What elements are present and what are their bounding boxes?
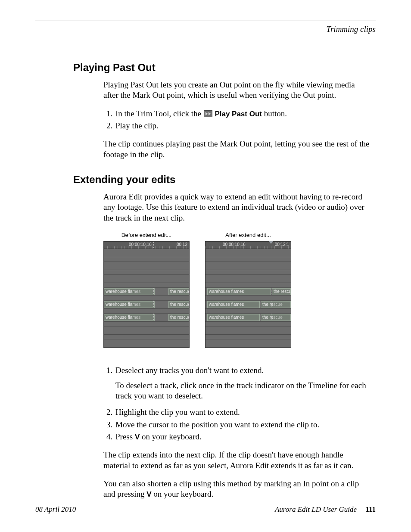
timeline-track-a2: warehouse flames the rescue bbox=[206, 314, 291, 322]
timeline-after-panel: After extend edit... 00:08:10,16 00:12:1 bbox=[205, 232, 291, 348]
timeline-track-empty bbox=[104, 249, 189, 257]
timeline-track-empty bbox=[104, 262, 189, 270]
step-ext-1-sub: To deselect a track, click once in the t… bbox=[115, 380, 371, 401]
timeline-track-empty bbox=[206, 339, 291, 348]
steps-ppo: In the Trim Tool, click the Play Past Ou… bbox=[103, 109, 371, 131]
key-v: V bbox=[146, 490, 151, 498]
para-ext-after2: You can also shorten a clip using this m… bbox=[103, 479, 371, 500]
para-ext-intro: Aurora Edit provides a quick way to exte… bbox=[103, 192, 371, 223]
step-ppo-1: In the Trim Tool, click the Play Past Ou… bbox=[115, 109, 371, 119]
heading-playing-past-out: Playing Past Out bbox=[73, 62, 376, 74]
timeline-track-empty bbox=[104, 339, 189, 348]
para-ppo-intro: Playing Past Out lets you create an Out … bbox=[103, 80, 371, 101]
timeline-track-empty bbox=[104, 327, 189, 335]
para-ext-after1: The clip extends into the next clip. If … bbox=[103, 450, 371, 471]
timeline-track-empty bbox=[206, 327, 291, 335]
timeline-before: 00:08:10,16 00:12 warehouse flames the r… bbox=[103, 241, 190, 348]
para-ppo-after: The clip continues playing past the Mark… bbox=[103, 139, 371, 160]
play-past-out-label: Play Past Out bbox=[215, 110, 262, 118]
timeline-after-caption: After extend edit... bbox=[205, 232, 291, 239]
timeline-track-empty bbox=[206, 262, 291, 270]
top-rule bbox=[35, 21, 376, 21]
step-ext-1: Deselect any tracks you don't want to ex… bbox=[115, 365, 371, 401]
timeline-track-v: warehouse flames the rescue bbox=[206, 288, 291, 296]
heading-extending-edits: Extending your edits bbox=[73, 174, 376, 186]
page-footer: 08 April 2010 Aurora Edit LD User Guide … bbox=[35, 505, 376, 514]
step-ppo-2: Play the clip. bbox=[115, 121, 371, 131]
figure-extend-edit: Before extend edit... 00:08:10,16 00:12 bbox=[103, 232, 371, 348]
footer-page-number: 111 bbox=[365, 505, 376, 513]
footer-date: 08 April 2010 bbox=[35, 505, 76, 514]
footer-book: Aurora Edit LD User Guide bbox=[275, 505, 357, 513]
timeline-track-a2: warehouse flames the rescue bbox=[104, 314, 189, 322]
step-ext-4: Press V on your keyboard. bbox=[115, 432, 371, 442]
timeline-track-a1: warehouse flames the rescue bbox=[206, 301, 291, 309]
timeline-track-a1: warehouse flames the rescue bbox=[104, 301, 189, 309]
timeline-after: 00:08:10,16 00:12:1 warehouse flames the… bbox=[205, 241, 291, 348]
key-v: V bbox=[135, 433, 140, 441]
step-ext-2: Highlight the clip you want to extend. bbox=[115, 407, 371, 417]
timeline-track-empty bbox=[206, 249, 291, 257]
running-header: Trimming clips bbox=[35, 25, 376, 34]
step-ppo-1-post: button. bbox=[264, 109, 287, 118]
timeline-track-v: warehouse flames the rescue bbox=[104, 288, 189, 296]
step-ext-3: Move the cursor to the position you want… bbox=[115, 420, 371, 430]
timeline-before-panel: Before extend edit... 00:08:10,16 00:12 bbox=[103, 232, 190, 348]
timeline-track-empty bbox=[104, 275, 189, 283]
play-past-out-icon bbox=[204, 110, 212, 117]
timeline-track-empty bbox=[206, 275, 291, 283]
timeline-before-ruler: 00:08:10,16 00:12 bbox=[104, 242, 189, 249]
timeline-after-ruler: 00:08:10,16 00:12:1 bbox=[206, 242, 291, 249]
steps-extend: Deselect any tracks you don't want to ex… bbox=[103, 365, 371, 442]
playhead-icon bbox=[269, 241, 273, 244]
step-ppo-1-pre: In the Trim Tool, click the bbox=[115, 109, 203, 118]
timeline-before-caption: Before extend edit... bbox=[103, 232, 190, 239]
